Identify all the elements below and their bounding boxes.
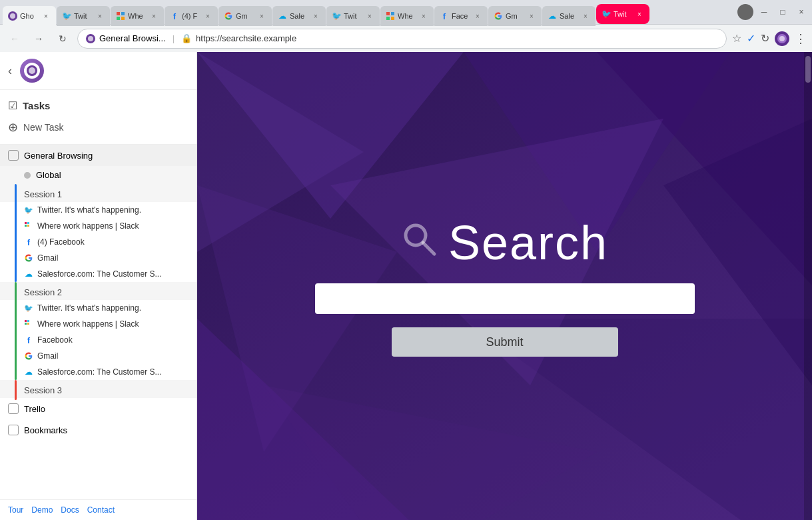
general-browsing-checkbox[interactable] — [8, 150, 19, 161]
tab-10-favicon — [494, 11, 503, 21]
page-title-address: General Browsi... — [99, 33, 166, 43]
tab-6-favicon: ☁ — [278, 11, 287, 21]
general-browsing-item[interactable]: General Browsing — [0, 145, 197, 166]
reload-button[interactable]: ↻ — [53, 29, 72, 48]
session-2-tab-1-title: Twitter. It's what's happening. — [37, 303, 141, 313]
scrollbar-thumb[interactable] — [805, 56, 811, 83]
tab-5-favicon — [224, 11, 233, 21]
tab-12-close[interactable]: × — [635, 9, 644, 19]
tab-6-label: Sale — [290, 12, 308, 20]
tab-4[interactable]: f (4) F × — [165, 6, 218, 26]
svg-rect-8 — [386, 17, 390, 20]
session-2-tab-5[interactable]: ☁ Salesforce.com: The Customer S... — [0, 364, 197, 380]
back-button[interactable]: ← — [5, 29, 24, 48]
footer-demo-link[interactable]: Demo — [31, 505, 53, 515]
tab-1[interactable]: Gho × — [3, 6, 56, 26]
svg-rect-5 — [121, 17, 125, 20]
session-1-tab-2-title: Where work happens | Slack — [37, 221, 139, 231]
tab-4-close[interactable]: × — [203, 11, 212, 21]
tab-10[interactable]: Gm × — [488, 6, 542, 26]
tab-8[interactable]: Whe × — [380, 6, 434, 26]
session-1-tab-3[interactable]: f (4) Facebook — [0, 234, 197, 250]
tab-8-close[interactable]: × — [419, 11, 428, 21]
svg-rect-4 — [117, 17, 120, 20]
session-2-tab-2-title: Where work happens | Slack — [37, 319, 139, 329]
tab-6[interactable]: ☁ Sale × — [272, 6, 326, 26]
forward-button[interactable]: → — [29, 29, 48, 48]
tab-2-close[interactable]: × — [95, 11, 105, 21]
session-1-label: Session 1 — [24, 189, 62, 199]
page-favicon-address — [86, 34, 95, 43]
profile-icon[interactable] — [737, 4, 753, 20]
tab-2[interactable]: 🐦 Twit × — [57, 6, 110, 26]
svg-point-11 — [88, 36, 93, 41]
tab-7-close[interactable]: × — [365, 11, 374, 21]
sidebar: ‹ ☑ Tasks ⊕ New Task — [0, 52, 197, 520]
session-1-tab-2[interactable]: Where work happens | Slack — [0, 218, 197, 234]
maximize-button[interactable]: □ — [775, 4, 791, 20]
tab-9[interactable]: f Face × — [434, 6, 488, 26]
tab-3-favicon — [116, 11, 125, 21]
search-input[interactable] — [315, 283, 695, 314]
svg-rect-24 — [27, 323, 29, 325]
address-input-bar[interactable]: General Browsi... | 🔒 https://searchsite… — [77, 29, 727, 49]
tab-11[interactable]: ☁ Sale × — [542, 6, 596, 26]
tab-3[interactable]: Whe × — [111, 6, 164, 26]
new-task-button[interactable]: ⊕ New Task — [8, 116, 189, 139]
bookmarks-item[interactable]: Bookmarks — [0, 419, 197, 441]
session-1-tab-1[interactable]: 🐦 Twitter. It's what's happening. — [0, 202, 197, 218]
svg-rect-7 — [391, 12, 394, 15]
star-button[interactable]: ☆ — [732, 32, 741, 45]
tab-5-close[interactable]: × — [257, 11, 266, 21]
tab-11-close[interactable]: × — [581, 11, 590, 21]
sidebar-logo — [20, 59, 44, 83]
svg-rect-9 — [391, 17, 394, 20]
tab-7[interactable]: 🐦 Twit × — [326, 6, 380, 26]
browser-window: Gho × 🐦 Twit × Whe × f (4) F — [0, 0, 812, 52]
svg-point-16 — [29, 67, 35, 74]
tab-9-close[interactable]: × — [473, 11, 482, 21]
menu-button[interactable]: ⋮ — [795, 31, 807, 46]
google-icon-s2t4 — [24, 351, 33, 361]
tab-7-favicon: 🐦 — [332, 11, 341, 21]
trello-item[interactable]: Trello — [0, 398, 197, 419]
bookmarks-checkbox-icon[interactable] — [8, 425, 19, 435]
twitter-icon-s2t1: 🐦 — [24, 303, 33, 313]
tab-10-close[interactable]: × — [527, 11, 536, 21]
tab-12[interactable]: 🐦 Twit × — [596, 4, 649, 24]
svg-point-14 — [779, 36, 785, 41]
session-2-indicator — [15, 282, 17, 380]
sidebar-back-button[interactable]: ‹ — [8, 64, 12, 78]
scrollbar[interactable] — [804, 52, 812, 520]
tab-7-label: Twit — [344, 12, 362, 20]
refresh-icon[interactable]: ↻ — [761, 32, 769, 45]
session-2-tab-1[interactable]: 🐦 Twitter. It's what's happening. — [0, 300, 197, 316]
sidebar-logo-inner — [24, 63, 40, 79]
svg-rect-22 — [27, 320, 29, 322]
session-2-tab-3[interactable]: f Facebook — [0, 332, 197, 348]
tab-2-label: Twit — [74, 12, 93, 20]
tab-3-close[interactable]: × — [149, 11, 159, 21]
facebook-icon-s1t3: f — [24, 237, 33, 247]
global-item[interactable]: Global — [0, 166, 197, 184]
minimize-button[interactable]: ─ — [756, 4, 772, 20]
session-1-tab-5[interactable]: ☁ Salesforce.com: The Customer S... — [0, 266, 197, 282]
trello-checkbox-icon[interactable] — [8, 403, 19, 414]
tab-9-label: Face — [452, 12, 470, 20]
tab-5[interactable]: Gm × — [218, 6, 272, 26]
footer-docs-link[interactable]: Docs — [61, 505, 79, 515]
session-1-tab-4[interactable]: Gmail — [0, 250, 197, 266]
submit-button[interactable]: Submit — [392, 327, 618, 357]
tab-6-close[interactable]: × — [311, 11, 320, 21]
tasks-label: Tasks — [23, 100, 50, 111]
tab-1-close[interactable]: × — [41, 11, 51, 21]
slack-icon-s2t2 — [24, 319, 33, 329]
tab-11-favicon: ☁ — [548, 11, 557, 21]
page-layout: ‹ ☑ Tasks ⊕ New Task — [0, 52, 812, 520]
close-button[interactable]: × — [793, 4, 809, 20]
footer-tour-link[interactable]: Tour — [8, 505, 23, 515]
session-2-tab-2[interactable]: Where work happens | Slack — [0, 316, 197, 332]
session-2-tab-4[interactable]: Gmail — [0, 348, 197, 364]
session-2-tab-4-title: Gmail — [37, 351, 58, 361]
footer-contact-link[interactable]: Contact — [87, 505, 115, 515]
